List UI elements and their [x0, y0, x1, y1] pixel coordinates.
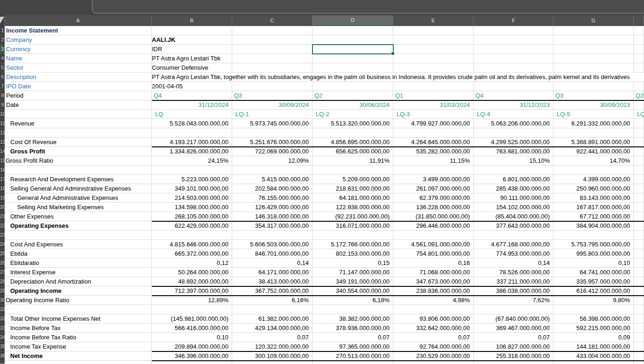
period-tag-cell[interactable]: LQ-4	[474, 110, 553, 119]
blank-cell[interactable]	[553, 231, 634, 240]
line-item-label-cell[interactable]: Income Tax Expense	[5, 342, 152, 351]
line-item-label-cell[interactable]: Income Before Tax Ratio	[5, 333, 152, 342]
line-item-value-cell[interactable]: 6.801.000.000,00	[474, 175, 553, 184]
line-item-value-cell[interactable]: (31.850.000.000,00)	[393, 212, 474, 221]
row-number[interactable]: 26	[0, 258, 5, 268]
line-item-label-cell[interactable]: Gross Profit	[5, 147, 152, 156]
blank-cell[interactable]	[312, 128, 393, 138]
line-item-value-cell[interactable]: 11,15%	[393, 156, 474, 165]
column-header-E[interactable]: E	[393, 15, 474, 26]
date-value-cell[interactable]: 30/06/2024	[312, 100, 393, 110]
line-item-value-cell[interactable]: 616.412.000.000,00	[553, 286, 634, 296]
blank-cell[interactable]	[634, 147, 644, 156]
line-item-value-cell[interactable]: 386.038.000.000,00	[474, 286, 553, 296]
meta-label-cell[interactable]: IPO Date	[5, 82, 152, 91]
line-item-value-cell[interactable]: 4.264.645.000.000,00	[393, 138, 474, 147]
line-item-value-cell[interactable]: 92.764.000.000,00	[393, 342, 474, 351]
line-item-value-cell[interactable]: 238.836.000.000,00	[393, 286, 474, 296]
line-item-value-cell[interactable]: 4.677.168.000.000,00	[474, 240, 553, 249]
line-item-label-cell[interactable]: General And Administrative Expenses	[5, 193, 152, 203]
line-item-label-cell[interactable]: Revenue	[5, 119, 152, 128]
row-number[interactable]: 7	[0, 82, 5, 91]
line-item-value-cell[interactable]: 712.397.000.000,00	[152, 286, 232, 296]
period-tag-cell[interactable]: Q4	[474, 91, 553, 100]
line-item-value-cell[interactable]: 622.429.000.000,00	[152, 221, 232, 231]
blank-cell[interactable]	[634, 54, 644, 63]
line-item-value-cell[interactable]: 255.318.000.000,00	[474, 351, 553, 361]
blank-cell[interactable]	[312, 54, 393, 63]
blank-cell[interactable]	[553, 128, 634, 138]
column-header-F[interactable]: F	[474, 15, 553, 26]
row-number[interactable]: 22	[0, 221, 5, 231]
line-item-value-cell[interactable]: 3.499.000.000,00	[393, 175, 474, 184]
period-tag-cell[interactable]: Q3	[553, 91, 634, 100]
date-value-cell[interactable]: 31/12/2024	[152, 100, 232, 110]
row-number[interactable]: 19	[0, 193, 5, 203]
line-item-label-cell[interactable]: Operating Income	[5, 286, 152, 296]
blank-cell[interactable]	[393, 63, 474, 73]
row-number[interactable]: 18	[0, 184, 5, 193]
line-item-value-cell[interactable]: 0,10	[152, 333, 232, 342]
line-item-value-cell[interactable]: 369.467.000.000,00	[474, 324, 553, 333]
blank-cell[interactable]	[553, 305, 634, 314]
blank-cell[interactable]	[634, 156, 644, 165]
row-number[interactable]: 25	[0, 249, 5, 258]
blank-cell[interactable]	[474, 305, 553, 314]
line-item-value-cell[interactable]: 209.894.000.000,00	[152, 342, 232, 351]
meta-label-cell[interactable]: Name	[5, 54, 152, 63]
blank-cell[interactable]	[232, 63, 312, 73]
line-item-value-cell[interactable]: 4.815.646.000.000,00	[152, 240, 232, 249]
line-item-label-cell[interactable]: Total Other Income Expenses Net	[5, 314, 152, 324]
row-number[interactable]: 6	[0, 73, 5, 82]
period-tag-cell[interactable]: LQ	[152, 110, 232, 119]
line-item-label-cell[interactable]: Gross Profit Ratio	[5, 156, 152, 165]
line-item-value-cell[interactable]: 154.102.000.000,00	[474, 203, 553, 212]
period-tag-overflow-cell[interactable]: LQ-	[634, 110, 644, 119]
blank-cell[interactable]	[393, 305, 474, 314]
line-item-value-cell[interactable]: 4.299.525.000.000,00	[474, 138, 553, 147]
line-item-value-cell[interactable]: 64.171.000.000,00	[232, 268, 312, 277]
description-overflow-cell[interactable]: PT Astra Agro Lestari Tbk, together with…	[152, 73, 644, 82]
blank-cell[interactable]	[634, 361, 644, 364]
sheet-title-cell[interactable]: Income Statement	[5, 26, 152, 35]
row-number[interactable]: 1	[0, 26, 5, 35]
blank-cell[interactable]	[152, 361, 232, 364]
blank-cell[interactable]	[232, 128, 312, 138]
line-item-value-cell[interactable]: 5.753.795.000.000,00	[553, 240, 634, 249]
row-number[interactable]: 27	[0, 268, 5, 277]
period-tag-cell[interactable]: LQ-1	[232, 110, 312, 119]
line-item-value-cell[interactable]: 774.953.000.000,00	[474, 249, 553, 258]
meta-label-cell[interactable]: Company	[5, 35, 152, 45]
row-number[interactable]: 8	[0, 91, 5, 100]
blank-cell[interactable]	[5, 231, 152, 240]
line-item-value-cell[interactable]: 754.801.000.000,00	[393, 249, 474, 258]
line-item-value-cell[interactable]: 64.181.000.000,00	[312, 193, 393, 203]
row-number[interactable]: 4	[0, 54, 5, 63]
blank-cell[interactable]	[5, 361, 152, 364]
line-item-label-cell[interactable]: Selling And Marketing Expenses	[5, 203, 152, 212]
period-label-cell[interactable]: Period	[5, 91, 152, 100]
line-item-value-cell[interactable]: 15,10%	[474, 156, 553, 165]
line-item-value-cell[interactable]: 332.642.000.000,00	[393, 324, 474, 333]
line-item-value-cell[interactable]: 4.193.217.000.000,00	[152, 138, 232, 147]
row-number[interactable]: 28	[0, 277, 5, 286]
blank-cell[interactable]	[152, 231, 232, 240]
blank-cell[interactable]	[634, 342, 644, 351]
line-item-label-cell[interactable]: Ebitdaratio	[5, 258, 152, 268]
line-item-value-cell[interactable]: 340.554.000.000,00	[312, 286, 393, 296]
line-item-value-cell[interactable]: 763.681.000.000,00	[474, 147, 553, 156]
line-item-value-cell[interactable]: 429.134.000.000,00	[232, 324, 312, 333]
line-item-value-cell[interactable]: 4,98%	[393, 296, 474, 305]
row-number[interactable]: 16	[0, 165, 5, 175]
line-item-value-cell[interactable]: 367.752.000.000,00	[232, 286, 312, 296]
blank-cell[interactable]	[634, 296, 644, 305]
line-item-value-cell[interactable]: 71.147.000.000,00	[312, 268, 393, 277]
line-item-value-cell[interactable]: 433.004.000.000,00	[553, 351, 634, 361]
blank-cell[interactable]	[232, 35, 312, 45]
line-item-value-cell[interactable]: 126.429.000.000,00	[232, 203, 312, 212]
blank-cell[interactable]	[634, 119, 644, 128]
blank-cell[interactable]	[553, 63, 634, 73]
blank-cell[interactable]	[152, 305, 232, 314]
blank-cell[interactable]	[634, 249, 644, 258]
blank-cell[interactable]	[393, 165, 474, 175]
